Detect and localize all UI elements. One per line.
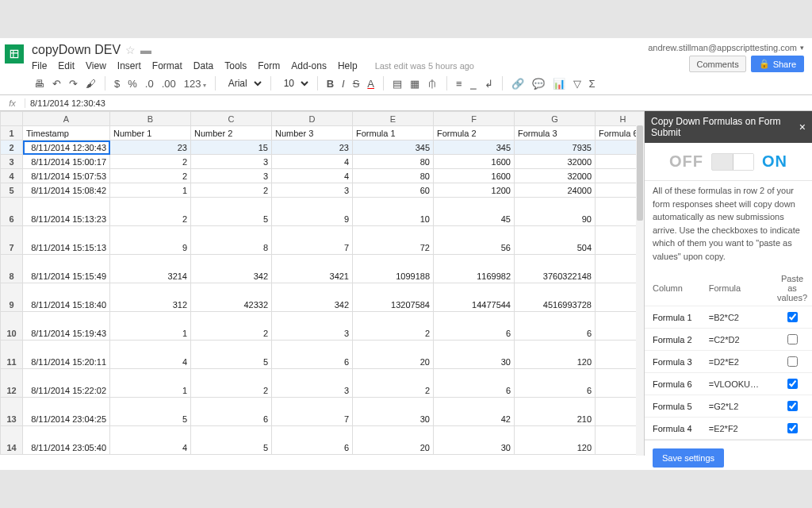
col-header[interactable]: A <box>23 112 110 126</box>
cell[interactable]: Formula 2 <box>434 126 515 140</box>
cell[interactable]: 2 <box>110 155 191 169</box>
cell[interactable]: 5 <box>191 198 272 226</box>
cell[interactable]: 30 <box>353 398 434 426</box>
cell[interactable]: 8/11/2014 15:15:49 <box>23 255 110 283</box>
paste-values-checkbox[interactable] <box>787 401 798 411</box>
cell[interactable]: 1099188 <box>353 255 434 283</box>
cell[interactable]: Number 3 <box>272 126 353 140</box>
row-header[interactable]: 10 <box>1 312 23 341</box>
chart-icon[interactable]: 📊 <box>550 76 568 91</box>
col-header[interactable]: B <box>110 112 191 126</box>
functions-icon[interactable]: Σ <box>587 76 598 91</box>
cell[interactable]: 10 <box>353 198 434 226</box>
star-icon[interactable]: ☆ <box>125 44 136 56</box>
cell[interactable]: 8/11/2014 15:22:02 <box>23 369 110 398</box>
link-icon[interactable]: 🔗 <box>509 76 527 91</box>
cell[interactable]: 15 <box>191 140 272 155</box>
cell[interactable]: Formula 1 <box>353 126 434 140</box>
cell[interactable]: 5 <box>110 398 191 426</box>
cell[interactable]: 24000 <box>515 183 596 198</box>
row-header[interactable]: 3 <box>1 155 23 169</box>
cell[interactable]: 8/11/2014 15:08:42 <box>23 183 110 198</box>
cell[interactable]: 3760322148 <box>515 255 596 283</box>
text-color-icon[interactable]: A <box>365 76 377 91</box>
cell[interactable]: 2 <box>191 312 272 341</box>
cell[interactable]: 80 <box>353 155 434 169</box>
comment-icon[interactable]: 💬 <box>530 76 547 91</box>
borders-icon[interactable]: ▦ <box>408 76 422 91</box>
cell[interactable]: 4516993728 <box>515 283 596 312</box>
undo-icon[interactable]: ↶ <box>50 76 63 91</box>
cell[interactable]: 1 <box>110 183 191 198</box>
folder-icon[interactable]: ▬ <box>140 44 151 56</box>
cell[interactable]: 80 <box>353 169 434 183</box>
formula-input[interactable]: 8/11/2014 12:30:43 <box>25 98 812 108</box>
cell[interactable]: Timestamp <box>23 126 110 140</box>
cell[interactable]: 312 <box>110 283 191 312</box>
cell[interactable]: 3421 <box>272 255 353 283</box>
cell[interactable]: 5 <box>191 426 272 455</box>
cell[interactable]: 8/11/2014 23:05:40 <box>23 426 110 455</box>
menu-edit[interactable]: Edit <box>58 60 75 71</box>
cell[interactable]: 1600 <box>434 169 515 183</box>
comments-button[interactable]: Comments <box>689 56 745 72</box>
cell[interactable]: 8/11/2014 23:04:25 <box>23 398 110 426</box>
menu-view[interactable]: View <box>86 60 106 71</box>
cell[interactable]: 8/11/2014 15:20:11 <box>23 341 110 369</box>
cell[interactable]: 1169982 <box>434 255 515 283</box>
wrap-icon[interactable]: ↲ <box>482 76 496 91</box>
cell[interactable]: 210 <box>515 398 596 426</box>
cell[interactable]: 90 <box>515 198 596 226</box>
cell[interactable]: 342 <box>272 283 353 312</box>
row-header[interactable]: 12 <box>1 369 23 398</box>
cell[interactable]: 8/11/2014 15:07:53 <box>23 169 110 183</box>
number-format-select[interactable]: 123 <box>182 76 209 91</box>
fill-color-icon[interactable]: ▤ <box>390 76 404 91</box>
cell[interactable]: 6 <box>434 369 515 398</box>
cell[interactable]: 9 <box>110 226 191 255</box>
chevron-down-icon[interactable]: ▾ <box>800 44 804 52</box>
cell[interactable]: 120 <box>515 341 596 369</box>
cell[interactable]: 42332 <box>191 283 272 312</box>
cell[interactable]: 1 <box>110 369 191 398</box>
menu-file[interactable]: File <box>32 60 47 71</box>
save-settings-button[interactable]: Save settings <box>653 448 724 468</box>
cell[interactable]: 56 <box>434 226 515 255</box>
cell[interactable]: 8/11/2014 15:15:13 <box>23 226 110 255</box>
cell[interactable]: 8/11/2014 15:19:43 <box>23 312 110 341</box>
cell[interactable]: 504 <box>515 226 596 255</box>
cell[interactable]: 7 <box>272 226 353 255</box>
cell[interactable]: 14477544 <box>434 283 515 312</box>
cell[interactable]: 42 <box>434 398 515 426</box>
menu-form[interactable]: Form <box>258 60 280 71</box>
cell[interactable]: 2 <box>110 169 191 183</box>
valign-icon[interactable]: ⎯ <box>468 76 479 91</box>
cell[interactable]: 345 <box>434 140 515 155</box>
font-size-select[interactable]: 10 <box>278 75 311 91</box>
bold-icon[interactable]: B <box>324 76 336 91</box>
cell[interactable]: 3 <box>191 155 272 169</box>
menu-tools[interactable]: Tools <box>224 60 247 71</box>
cell[interactable]: 6 <box>434 312 515 341</box>
font-family-select[interactable]: Arial <box>222 75 264 91</box>
dec-increase-icon[interactable]: .00 <box>159 76 178 91</box>
cell[interactable]: 60 <box>353 183 434 198</box>
col-header[interactable]: D <box>272 112 353 126</box>
share-button[interactable]: 🔒 Share <box>751 56 804 72</box>
col-header[interactable]: F <box>434 112 515 126</box>
cell[interactable]: 72 <box>353 226 434 255</box>
cell[interactable]: 120 <box>515 426 596 455</box>
cell[interactable]: 32000 <box>515 155 596 169</box>
merge-icon[interactable]: ⫛ <box>425 76 440 91</box>
cell[interactable]: 6 <box>515 369 596 398</box>
cell[interactable]: 3214 <box>110 255 191 283</box>
cell[interactable]: 30 <box>434 341 515 369</box>
row-header[interactable]: 14 <box>1 426 23 455</box>
filter-icon[interactable]: ▽ <box>571 76 584 91</box>
cell[interactable]: 6 <box>272 426 353 455</box>
cell[interactable]: 5 <box>191 341 272 369</box>
redo-icon[interactable]: ↷ <box>67 76 80 91</box>
cell[interactable]: 6 <box>191 398 272 426</box>
cell[interactable]: 20 <box>353 426 434 455</box>
menu-data[interactable]: Data <box>193 60 213 71</box>
